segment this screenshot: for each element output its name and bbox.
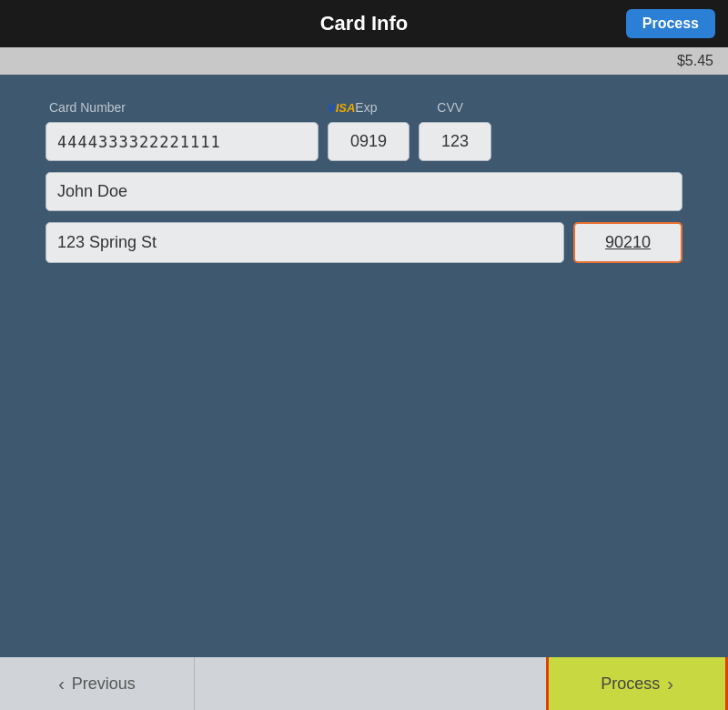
prev-arrow-icon: ‹ (58, 674, 65, 695)
cvv-input[interactable] (419, 122, 491, 161)
street-input[interactable] (46, 222, 564, 263)
form-area: Card Number VISA Exp CVV (0, 75, 728, 657)
card-details-row (46, 122, 682, 161)
process-button-footer[interactable]: Process › (546, 657, 728, 710)
card-number-input[interactable] (46, 122, 318, 161)
field-labels-row: Card Number VISA Exp CVV (46, 100, 682, 115)
process-button-header[interactable]: Process (626, 9, 715, 38)
sub-header: $5.45 (0, 47, 728, 75)
exp-input[interactable] (328, 122, 410, 161)
page-title: Card Info (320, 12, 409, 36)
address-row (46, 222, 682, 263)
name-input[interactable] (46, 172, 682, 211)
visa-logo: VISA (328, 101, 355, 115)
process-footer-label: Process (601, 674, 660, 694)
previous-button[interactable]: ‹ Previous (0, 657, 195, 710)
cvv-label: CVV (437, 100, 510, 115)
name-row (46, 172, 682, 211)
exp-label: Exp (355, 100, 437, 115)
footer: ‹ Previous Process › (0, 657, 728, 710)
previous-label: Previous (72, 674, 136, 694)
amount-display: $5.45 (677, 53, 713, 69)
header: Card Info Process (0, 0, 728, 47)
footer-spacer (195, 657, 546, 710)
zip-input[interactable] (573, 222, 682, 263)
next-arrow-icon: › (667, 674, 673, 695)
card-number-label: Card Number (49, 100, 322, 115)
